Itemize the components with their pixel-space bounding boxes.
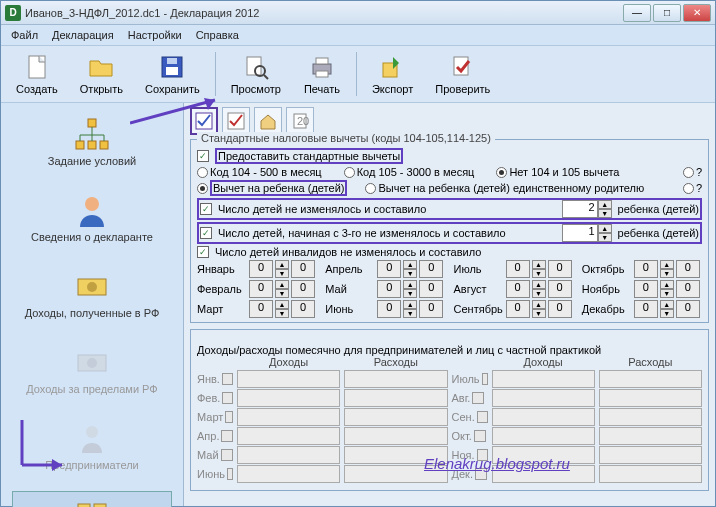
save-button[interactable]: Сохранить [136,48,209,100]
spinner-down-icon[interactable]: ▼ [598,233,612,242]
children-from3-checkbox[interactable] [200,227,212,239]
children-from3-spinner[interactable]: 1 ▲▼ [562,224,612,242]
nav-deductions[interactable]: Вычеты [12,491,172,507]
checkmark-icon [227,112,245,130]
close-button[interactable]: ✕ [683,4,711,22]
svg-rect-2 [166,67,178,75]
jan-val1[interactable]: 0 [249,260,273,278]
nav-entrepreneurs[interactable]: Предприниматели [12,415,172,477]
open-button[interactable]: Открыть [71,48,132,100]
children-invalid-checkbox[interactable] [197,246,209,258]
checkbox-icon [195,112,213,130]
svg-point-16 [85,197,99,211]
svg-rect-14 [88,141,96,149]
provide-checkbox[interactable] [197,150,209,162]
jan-income[interactable] [237,370,340,388]
money-icon [74,269,110,305]
titlebar: D Иванов_3-НДФЛ_2012.dc1 - Декларация 20… [1,1,715,25]
nav-declarant[interactable]: Сведения о декларанте [12,187,172,249]
single-parent-radio[interactable] [365,183,376,194]
magnifier-icon [242,53,270,81]
months-grid: Январь0▲▼0 Апрель0▲▼0 Июль0▲▼0 Октябрь0▲… [197,260,702,318]
print-button[interactable]: Печать [294,48,350,100]
svg-point-20 [87,358,97,368]
spinner-down-icon[interactable]: ▼ [598,209,612,218]
tab-standard[interactable] [190,107,218,135]
jan-checkbox[interactable] [222,373,233,385]
jan-expense[interactable] [344,370,447,388]
group2-legend: Доходы/расходы помесячно для предпринима… [197,344,702,356]
export-icon [379,53,407,81]
tab-property[interactable] [254,107,282,135]
svg-rect-0 [29,56,45,78]
folder-open-icon [87,53,115,81]
app-icon: D [5,5,21,21]
printer-icon [308,53,336,81]
menu-settings[interactable]: Настройки [128,29,182,41]
standard-deductions-group: Стандартные налоговые вычеты (коды 104-1… [190,139,709,323]
person-icon [74,193,110,229]
spinner-up-icon[interactable]: ▲ [598,224,612,233]
svg-text:20: 20 [297,115,309,127]
svg-rect-9 [316,71,328,77]
check-button[interactable]: Проверить [426,48,499,100]
menu-declaration[interactable]: Декларация [52,29,114,41]
deduction-tabs: 20 [190,107,709,135]
svg-line-6 [264,75,268,79]
svg-rect-13 [76,141,84,149]
svg-point-18 [87,282,97,292]
floppy-icon [158,53,186,81]
preview-button[interactable]: Просмотр [222,48,290,100]
tab-losses[interactable]: 20 [286,107,314,135]
app-window: D Иванов_3-НДФЛ_2012.dc1 - Декларация 20… [0,0,716,507]
menu-file[interactable]: Файл [11,29,38,41]
q1-radio[interactable] [683,167,694,178]
jul-checkbox[interactable] [482,373,488,385]
main-panel: 20 Стандартные налоговые вычеты (коды 10… [183,103,715,506]
children-const-checkbox[interactable] [200,203,212,215]
nav-income-abroad[interactable]: Доходы за пределами РФ [12,339,172,401]
nav-conditions[interactable]: Задание условий [12,111,172,173]
entrepreneur-group: Доходы/расходы помесячно для предпринима… [190,329,709,491]
sidebar: Задание условий Сведения о декларанте До… [1,103,183,506]
tree-icon [74,117,110,153]
none104105-radio[interactable] [496,167,507,178]
minimize-button[interactable]: — [623,4,651,22]
svg-point-21 [86,426,98,438]
svg-rect-3 [167,58,177,64]
toolbar-separator [356,52,357,96]
nav-income-rf[interactable]: Доходы, полученные в РФ [12,263,172,325]
children-count-spinner[interactable]: 2 ▲▼ [562,200,612,218]
deductions-icon [74,498,110,507]
document-icon: 20 [291,112,309,130]
page-icon [23,53,51,81]
code104-radio[interactable] [197,167,208,178]
window-title: Иванов_3-НДФЛ_2012.dc1 - Декларация 2012 [25,7,623,19]
provide-label: Предоставить стандартные вычеты [215,148,403,164]
tab-social[interactable] [222,107,250,135]
toolbar: Создать Открыть Сохранить Просмотр Печат… [1,45,715,103]
code105-radio[interactable] [344,167,355,178]
group-legend: Стандартные налоговые вычеты (коды 104-1… [197,132,495,144]
export-button[interactable]: Экспорт [363,48,422,100]
svg-rect-8 [316,58,328,64]
briefcase-icon [74,421,110,457]
q2-radio[interactable] [683,183,694,194]
house-icon [259,112,277,130]
spinner-up-icon[interactable]: ▲ [598,200,612,209]
check-icon [449,53,477,81]
menu-help[interactable]: Справка [196,29,239,41]
toolbar-separator [215,52,216,96]
svg-rect-15 [100,141,108,149]
child-deduct-radio[interactable] [197,183,208,194]
menubar: Файл Декларация Настройки Справка [1,25,715,45]
maximize-button[interactable]: □ [653,4,681,22]
create-button[interactable]: Создать [7,48,67,100]
svg-rect-12 [88,119,96,127]
globe-money-icon [74,345,110,381]
